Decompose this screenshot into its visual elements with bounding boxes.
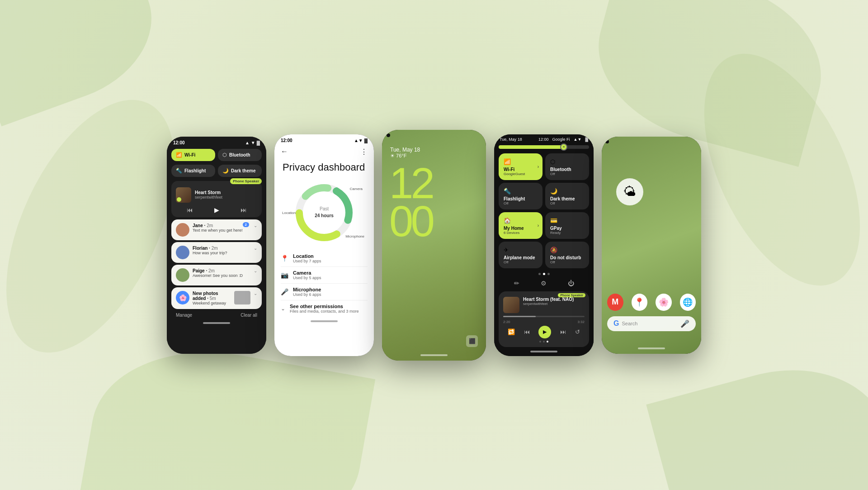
avatar-florian (176, 246, 189, 259)
music-card: Phone Speaker Heart Storm serpentwithfee… (171, 181, 262, 217)
home-pill-5 (638, 347, 665, 349)
more-options-button[interactable]: ⋮ (360, 147, 368, 156)
settings-icon[interactable]: ⚙ (541, 280, 547, 287)
weather-icon: 🌤 (616, 178, 643, 205)
brightness-bar[interactable]: ☀ (499, 145, 589, 149)
camera-hole-5 (605, 140, 609, 143)
notification-jane[interactable]: Jane · 2m Text me when you get here! 2 ⌄ (171, 219, 262, 240)
album-art-4 (503, 297, 519, 313)
expand-photos[interactable]: ⌄ (254, 291, 257, 305)
permissions-list: 📍 Location Used by 7 apps 📷 Camera Used … (274, 250, 374, 317)
status-bar-1: 12:00 ▲ ▼ ▓ (167, 137, 266, 147)
darktheme-tile[interactable]: 🌙 Dark theme (218, 165, 262, 177)
repeat-button-4[interactable]: 🔁 (508, 328, 515, 335)
perm-title-camera: Camera (293, 270, 321, 276)
permission-other[interactable]: ⌄ See other permissions Files and media,… (281, 300, 368, 317)
qs-gpay[interactable]: 💳 GPay Ready (545, 212, 589, 239)
maps-icon[interactable]: 📍 (632, 294, 648, 311)
chrome-icon[interactable]: 🌐 (680, 294, 696, 311)
perm-title-location: Location (293, 253, 321, 259)
photos-app-icon[interactable]: 🌸 (656, 294, 672, 311)
player-dot (543, 341, 545, 343)
quick-tiles-row1: 📶 Wi-Fi ⬡ Bluetooth (167, 147, 266, 163)
qs-bluetooth[interactable]: ⬡ Bluetooth Off (545, 153, 589, 180)
mic-search-icon[interactable]: 🎤 (680, 319, 689, 328)
perm-desc-mic: Used by 6 apps (293, 292, 321, 297)
player-dot (539, 341, 541, 343)
qs-wifi[interactable]: 📶 Wi-Fi GoogleGuest › (499, 153, 542, 180)
status-icons-1: ▲ ▼ ▓ (245, 140, 260, 145)
qs-home-title: My Home (504, 226, 538, 231)
play-button[interactable]: ▶ (214, 206, 219, 214)
phones-container: 12:00 ▲ ▼ ▓ 📶 Wi-Fi ⬡ Bluetooth (167, 130, 701, 361)
app-dock: M 📍 🌸 🌐 G Search 🎤 (602, 294, 701, 331)
perm-content-location: Location Used by 7 apps (293, 253, 321, 263)
qs-flashlight-icon: 🔦 (504, 188, 511, 195)
qs-wifi-arrow[interactable]: › (538, 164, 539, 169)
qs-bluetooth-sub: Off (550, 172, 584, 176)
phone-homescreen: 12:00 ▲▼ ▓ Lunch in 30 min 📅 12:30 - 1:0… (602, 137, 701, 354)
next-button[interactable]: ⏭ (241, 206, 247, 214)
expand-paige[interactable]: ⌄ (254, 268, 257, 282)
location-label: Location (282, 210, 296, 214)
progress-fill (503, 316, 536, 317)
qs-gpay-sub: Ready (550, 231, 584, 235)
prev-button[interactable]: ⏮ (187, 206, 193, 214)
qs-airplane-title: Airplane mode (504, 255, 538, 260)
gmail-icon[interactable]: M (607, 294, 623, 311)
notif-content-photos: New photos added · 5m Weekend getaway (193, 291, 231, 305)
expand-jane[interactable]: ⌄ (254, 223, 257, 237)
permission-location[interactable]: 📍 Location Used by 7 apps (281, 250, 368, 267)
darktheme-tile-label: Dark theme (231, 168, 255, 173)
notif-text-photos: Weekend getaway (193, 301, 231, 305)
clear-all-button[interactable]: Clear all (241, 313, 257, 318)
bluetooth-tile[interactable]: ⬡ Bluetooth (218, 149, 262, 161)
flashlight-tile[interactable]: 🔦 Flashlight (171, 165, 215, 177)
qs-flashlight-title: Flashlight (504, 196, 538, 201)
brightness-fill (499, 145, 566, 149)
qs-myhome[interactable]: 🏠 My Home 6 Devices › (499, 212, 542, 239)
qs-dnd[interactable]: 🔕 Do not disturb Off (545, 242, 589, 268)
app-icons-row: M 📍 🌸 🌐 (607, 294, 696, 311)
notification-florian[interactable]: Florian · 2m How was your trip? ⌄ (171, 242, 262, 263)
notification-paige[interactable]: Paige · 2m Awesome! See you soon :D ⌄ (171, 265, 262, 285)
qs-flashlight[interactable]: 🔦 Flashlight Off (499, 183, 542, 209)
expand-florian[interactable]: ⌄ (254, 246, 257, 259)
brightness-thumb[interactable]: ☀ (560, 143, 567, 151)
status-left-4: Tue, May 18 (500, 137, 522, 142)
manage-button[interactable]: Manage (176, 313, 192, 318)
play-button-4[interactable]: ▶ (538, 326, 551, 338)
home-indicator-3 (382, 354, 486, 356)
recents-button[interactable]: ⬛ (466, 335, 478, 347)
power-icon[interactable]: ⏻ (568, 280, 574, 287)
music-info: Heart Storm serpentwithfeet (176, 187, 257, 203)
permission-camera[interactable]: 📷 Camera Used by 5 apps (281, 267, 368, 284)
status-icons-2: ▲▼ ▓ (354, 138, 368, 143)
music-artist: serpentwithfeet (195, 195, 222, 200)
status-bar-4: Tue, May 18 12:00 Google Fi ▲▼ ▓ (494, 134, 594, 143)
prev-button-4[interactable]: ⏮ (524, 328, 530, 335)
home-pill-1 (203, 322, 230, 324)
back-button-privacy[interactable]: ← (281, 147, 288, 156)
clock-display-min: 00 (389, 202, 479, 240)
qs-wifi-title: Wi-Fi (504, 167, 538, 172)
wifi-tile[interactable]: 📶 Wi-Fi (171, 149, 215, 161)
phone-notifications: 12:00 ▲ ▼ ▓ 📶 Wi-Fi ⬡ Bluetooth (167, 137, 266, 354)
album-art (176, 187, 191, 203)
qs-airplane[interactable]: ✈ Airplane mode Off (499, 242, 542, 268)
wifi-status-icon: ▼ (251, 140, 255, 145)
notification-photos[interactable]: 🌸 New photos added · 5m Weekend getaway … (171, 287, 262, 309)
qs-wifi-icon: 📶 (504, 158, 511, 165)
qs-home-icon: 🏠 (504, 217, 511, 224)
nav-dot (538, 273, 541, 275)
player-controls-4: 🔁 ⏮ ▶ ⏭ ↺ (503, 326, 585, 338)
permission-mic[interactable]: 🎤 Microphone Used by 6 apps (281, 284, 368, 300)
next-button-4[interactable]: ⏭ (560, 328, 566, 335)
refresh-button-4[interactable]: ↺ (575, 328, 580, 335)
search-bar[interactable]: G Search 🎤 (607, 316, 696, 331)
qs-home-arrow[interactable]: › (538, 223, 539, 228)
qs-darktheme[interactable]: 🌙 Dark theme Off (545, 183, 589, 209)
music-artist-4: serpentwithfeet (523, 302, 574, 306)
edit-icon[interactable]: ✏ (514, 280, 519, 287)
music-title-4: Heart Storm (feat. NAO) (523, 297, 574, 302)
